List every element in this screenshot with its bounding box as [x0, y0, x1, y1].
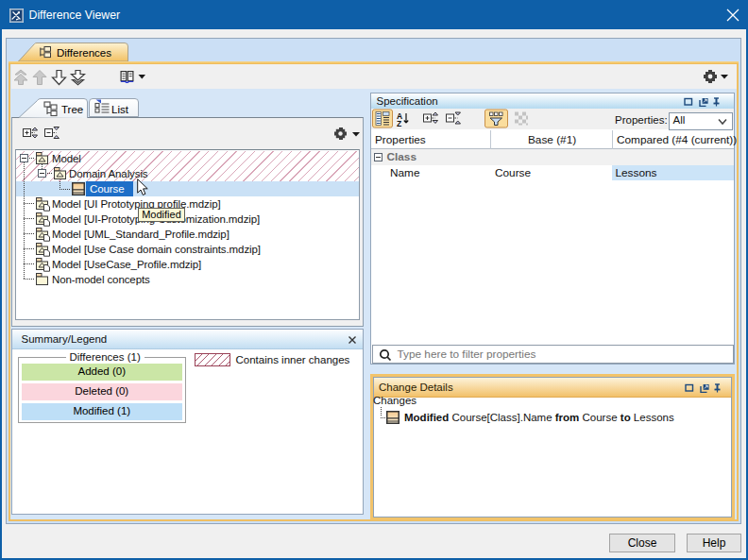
svg-text:Differences: Differences — [57, 47, 111, 59]
svg-text:List: List — [111, 103, 129, 114]
svg-text:Z: Z — [397, 119, 401, 128]
svg-text:Tree: Tree — [61, 103, 83, 114]
